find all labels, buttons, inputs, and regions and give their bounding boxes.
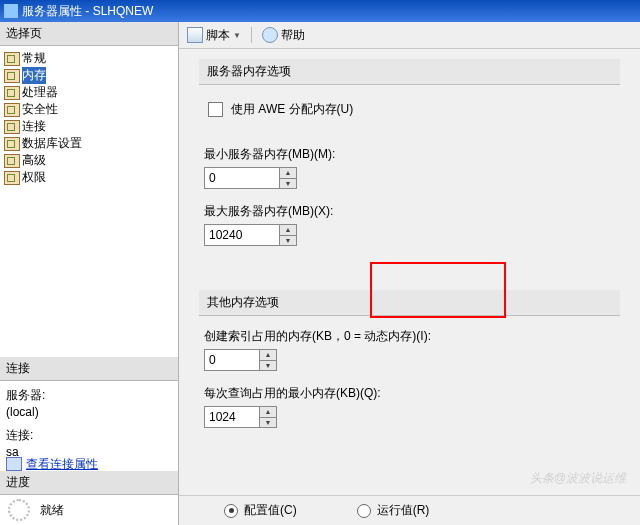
awe-label: 使用 AWE 分配内存(U) [231,101,353,118]
watermark: 头条@波波说运维 [530,470,626,487]
progress-text: 就绪 [40,502,64,519]
title-text: 服务器属性 - SLHQNEW [22,3,153,20]
spin-buttons[interactable]: ▲▼ [279,225,296,245]
radio-icon [224,504,238,518]
spin-buttons[interactable]: ▲▼ [259,407,276,427]
section-other-memory: 其他内存选项 [199,290,620,316]
index-mem-label: 创建索引占用的内存(KB，0 = 动态内存)(I): [204,328,620,345]
min-mem-input[interactable]: ▲▼ [204,167,297,189]
progress-body: 就绪 [0,495,178,525]
page-item-3[interactable]: 安全性 [2,101,176,118]
view-conn-props-link[interactable]: 查看连接属性 [26,456,98,473]
page-label: 权限 [22,169,46,186]
min-mem-label: 最小服务器内存(MB)(M): [204,146,620,163]
page-item-5[interactable]: 数据库设置 [2,135,176,152]
index-mem-input[interactable]: ▲▼ [204,349,277,371]
page-tree: 常规内存处理器安全性连接数据库设置高级权限 [0,46,178,186]
page-icon [4,171,20,185]
page-label: 数据库设置 [22,135,82,152]
toolbar-separator [251,27,252,43]
query-mem-label: 每次查询占用的最小内存(KB)(Q): [204,385,620,402]
max-mem-input[interactable]: ▲▼ [204,224,297,246]
radio-icon [357,504,371,518]
help-icon [262,27,278,43]
page-item-4[interactable]: 连接 [2,118,176,135]
page-icon [4,103,20,117]
page-label: 高级 [22,152,46,169]
configured-radio[interactable]: 配置值(C) [224,502,297,519]
server-label: 服务器: [6,387,172,404]
footer: 配置值(C) 运行值(R) [179,495,640,525]
toolbar: 脚本 ▼ 帮助 [179,22,640,49]
page-label: 安全性 [22,101,58,118]
page-icon [4,120,20,134]
help-button[interactable]: 帮助 [262,27,305,44]
app-icon [4,4,18,18]
query-mem-input[interactable]: ▲▼ [204,406,277,428]
page-icon [4,52,20,66]
server-value: (local) [6,404,172,421]
connection-header: 连接 [0,357,178,381]
right-pane: 脚本 ▼ 帮助 服务器内存选项 使用 AWE 分配内存(U) 最小服务器内存(M… [179,22,640,525]
page-label: 处理器 [22,84,58,101]
page-icon [4,154,20,168]
page-icon [4,69,20,83]
page-item-7[interactable]: 权限 [2,169,176,186]
page-item-0[interactable]: 常规 [2,50,176,67]
page-item-1[interactable]: 内存 [2,67,176,84]
running-radio[interactable]: 运行值(R) [357,502,430,519]
progress-icon [8,499,30,521]
page-label: 常规 [22,50,46,67]
section-server-memory: 服务器内存选项 [199,59,620,85]
titlebar: 服务器属性 - SLHQNEW [0,0,640,22]
chevron-down-icon: ▼ [233,31,241,40]
page-item-6[interactable]: 高级 [2,152,176,169]
page-item-2[interactable]: 处理器 [2,84,176,101]
conn-label: 连接: [6,427,172,444]
link-icon [6,457,22,471]
max-mem-label: 最大服务器内存(MB)(X): [204,203,620,220]
page-icon [4,86,20,100]
spin-buttons[interactable]: ▲▼ [279,168,296,188]
page-label: 连接 [22,118,46,135]
connection-body: 服务器: (local) 连接: sa 查看连接属性 [0,381,178,471]
left-pane: 选择页 常规内存处理器安全性连接数据库设置高级权限 连接 服务器: (local… [0,22,179,525]
script-button[interactable]: 脚本 ▼ [187,27,241,44]
page-label: 内存 [22,67,46,84]
main-content: 服务器内存选项 使用 AWE 分配内存(U) 最小服务器内存(MB)(M): ▲… [179,49,640,525]
page-icon [4,137,20,151]
awe-checkbox[interactable] [208,102,223,117]
pages-header: 选择页 [0,22,178,46]
progress-header: 进度 [0,471,178,495]
spin-buttons[interactable]: ▲▼ [259,350,276,370]
script-icon [187,27,203,43]
